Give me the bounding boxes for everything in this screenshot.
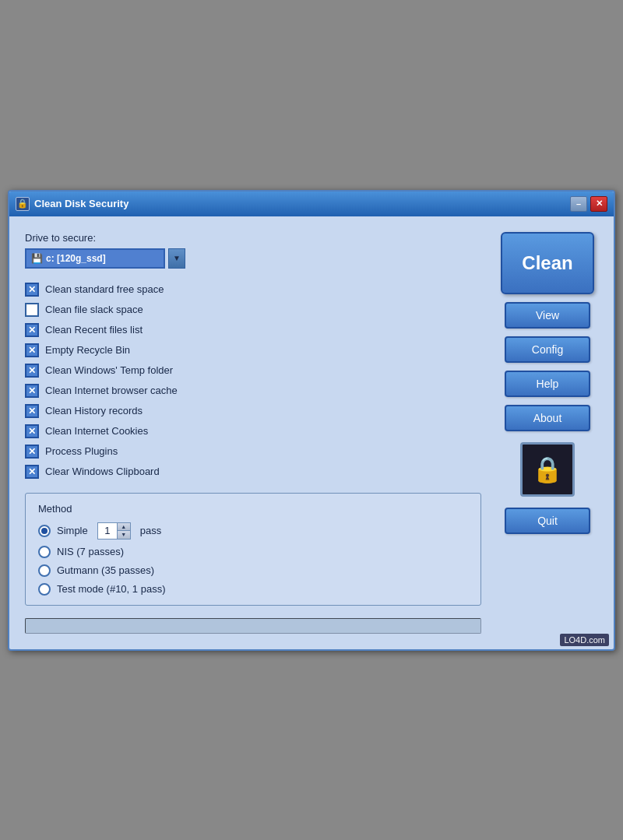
logo-box: 🔒	[520, 442, 575, 497]
radio-item-nis: NIS (7 passes)	[38, 546, 468, 558]
close-button[interactable]: ✕	[590, 196, 607, 212]
checkbox-item-clean-file-slack: Clean file slack space	[25, 303, 481, 317]
method-group: Method Simple 1▲▼ passNIS (7 passes)Gutm…	[25, 493, 481, 606]
checkbox-item-clean-history: Clean History records	[25, 404, 481, 418]
checkbox-item-clean-recent: Clean Recent files list	[25, 323, 481, 337]
radio-label-test: Test mode (#10, 1 pass)	[57, 583, 165, 595]
logo-lock-icon: 🔒	[532, 455, 563, 484]
right-panel: Clean View Config Help About 🔒 Quit	[497, 232, 598, 634]
checkbox-clean-std-free[interactable]	[25, 283, 39, 297]
title-bar-left: 🔒 Clean Disk Security	[16, 197, 128, 211]
checkbox-process-plugins[interactable]	[25, 445, 39, 459]
drive-select-row: 💾 c: [120g_ssd] ▼	[25, 248, 481, 269]
drive-selected-text: c: [120g_ssd]	[46, 253, 106, 264]
checkbox-item-clean-std-free: Clean standard free space	[25, 283, 481, 297]
content-area: Drive to secure: 💾 c: [120g_ssd] ▼ Clean…	[9, 216, 614, 649]
drive-label: Drive to secure:	[25, 232, 481, 244]
spinner-down-button[interactable]: ▼	[118, 531, 130, 539]
radio-nis[interactable]	[38, 546, 51, 558]
pass-label: pass	[140, 525, 161, 536]
radio-label-simple: Simple	[57, 525, 88, 536]
view-button[interactable]: View	[505, 302, 590, 329]
checkbox-label-clean-std-free: Clean standard free space	[45, 283, 164, 295]
radio-label-nis: NIS (7 passes)	[57, 546, 124, 557]
checkbox-label-clear-clipboard: Clear Windows Clipboard	[45, 466, 160, 477]
main-window: 🔒 Clean Disk Security – ✕ Drive to secur…	[8, 190, 615, 651]
checkbox-item-empty-recycle: Empty Recycle Bin	[25, 343, 481, 357]
checkbox-label-clean-cookies: Clean Internet Cookies	[45, 425, 148, 437]
help-button[interactable]: Help	[505, 371, 590, 397]
pass-spinner[interactable]: 1▲▼	[97, 522, 131, 539]
window-title: Clean Disk Security	[34, 198, 128, 209]
spinner-up-button[interactable]: ▲	[118, 523, 130, 531]
checkbox-clean-history[interactable]	[25, 404, 39, 418]
checkbox-clean-file-slack[interactable]	[25, 303, 39, 317]
title-buttons: – ✕	[570, 196, 607, 212]
checkbox-clean-recent[interactable]	[25, 323, 39, 337]
checkbox-label-clean-browser: Clean Internet browser cache	[45, 385, 178, 396]
checkbox-item-clean-temp: Clean Windows' Temp folder	[25, 364, 481, 378]
radio-simple[interactable]	[38, 525, 51, 537]
radio-item-simple: Simple 1▲▼ pass	[38, 522, 468, 539]
drive-select-display[interactable]: 💾 c: [120g_ssd]	[25, 248, 165, 269]
drive-dropdown-arrow[interactable]: ▼	[168, 248, 185, 269]
lo4d-text: LO4D.com	[564, 635, 605, 645]
method-legend: Method	[38, 503, 468, 515]
radio-item-test: Test mode (#10, 1 pass)	[38, 583, 468, 596]
options-list: Clean standard free spaceClean file slac…	[25, 283, 481, 479]
checkbox-clean-browser[interactable]	[25, 384, 39, 398]
radio-gutmann[interactable]	[38, 564, 51, 577]
checkbox-clear-clipboard[interactable]	[25, 465, 39, 479]
drive-icon: 💾	[31, 253, 43, 264]
quit-button[interactable]: Quit	[505, 508, 590, 534]
progress-bar	[25, 618, 481, 634]
checkbox-item-clear-clipboard: Clear Windows Clipboard	[25, 465, 481, 479]
checkbox-item-process-plugins: Process Plugins	[25, 445, 481, 459]
checkbox-label-process-plugins: Process Plugins	[45, 445, 118, 457]
checkbox-label-clean-file-slack: Clean file slack space	[45, 304, 143, 315]
minimize-button[interactable]: –	[570, 196, 587, 212]
about-button[interactable]: About	[505, 405, 590, 431]
checkbox-item-clean-cookies: Clean Internet Cookies	[25, 424, 481, 438]
checkbox-empty-recycle[interactable]	[25, 343, 39, 357]
checkbox-label-clean-history: Clean History records	[45, 405, 143, 416]
config-button[interactable]: Config	[505, 336, 590, 363]
clean-button[interactable]: Clean	[501, 232, 594, 294]
app-icon: 🔒	[16, 197, 30, 211]
spinner-value: 1	[98, 524, 117, 537]
left-panel: Drive to secure: 💾 c: [120g_ssd] ▼ Clean…	[25, 232, 481, 634]
radio-label-gutmann: Gutmann (35 passes)	[57, 564, 154, 576]
radio-test[interactable]	[38, 583, 51, 596]
checkbox-clean-cookies[interactable]	[25, 424, 39, 438]
checkbox-label-clean-temp: Clean Windows' Temp folder	[45, 364, 173, 376]
lo4d-watermark: LO4D.com	[560, 634, 609, 646]
checkbox-item-clean-browser: Clean Internet browser cache	[25, 384, 481, 398]
checkbox-clean-temp[interactable]	[25, 364, 39, 378]
title-bar: 🔒 Clean Disk Security – ✕	[9, 192, 614, 216]
checkbox-label-empty-recycle: Empty Recycle Bin	[45, 344, 130, 356]
checkbox-label-clean-recent: Clean Recent files list	[45, 324, 143, 336]
radio-item-gutmann: Gutmann (35 passes)	[38, 564, 468, 577]
